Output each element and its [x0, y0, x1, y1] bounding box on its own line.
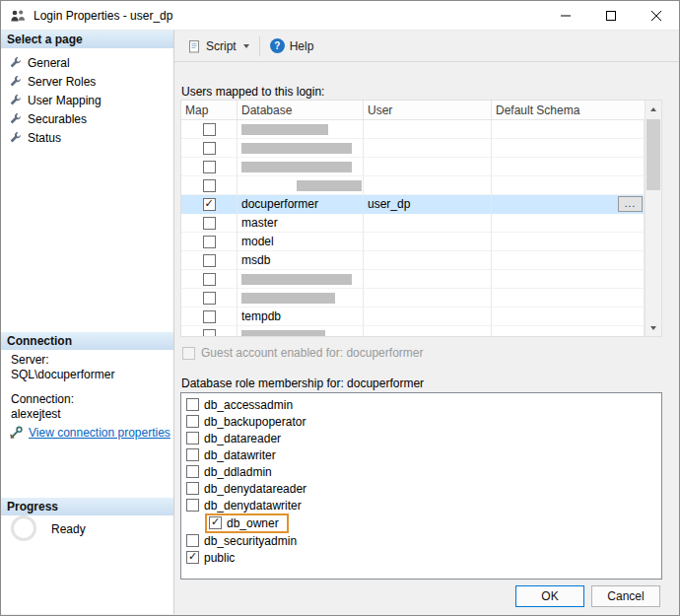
grid-cell-database: tempdb — [238, 308, 364, 325]
map-checkbox[interactable] — [203, 217, 216, 230]
table-row[interactable]: docuperformer user_dp ... — [181, 195, 645, 214]
map-checkbox[interactable] — [203, 292, 216, 305]
grid-cell-user — [364, 251, 492, 269]
role-label: db_denydatawriter — [204, 499, 302, 513]
role-checkbox[interactable] — [209, 516, 222, 529]
table-row[interactable]: tempdb — [181, 308, 645, 326]
minimize-button[interactable] — [543, 1, 588, 30]
connection-info: Server: SQL\docuperformer Connection: al… — [11, 353, 170, 432]
sidebar-item-general[interactable]: General — [1, 53, 173, 72]
role-checkbox[interactable] — [186, 432, 199, 445]
grid-cell-database: docuperformer — [238, 195, 364, 213]
grid-rows: docuperformer user_dp ... master model m… — [181, 120, 645, 336]
scroll-down-button[interactable] — [646, 319, 661, 336]
role-label: db_ddladmin — [204, 465, 272, 479]
grid-cell-database: master — [238, 214, 364, 232]
role-checkbox[interactable] — [186, 398, 199, 411]
role-item-db_owner[interactable]: db_owner — [181, 513, 661, 532]
role-label: db_backupoperator — [204, 415, 306, 429]
cancel-button[interactable]: Cancel — [591, 585, 660, 607]
table-row[interactable] — [181, 326, 645, 336]
role-checkbox[interactable] — [186, 448, 199, 461]
table-row[interactable]: master — [181, 214, 645, 233]
table-row[interactable] — [181, 270, 645, 289]
role-item-db_backupoperator[interactable]: db_backupoperator — [181, 413, 661, 430]
server-value: SQL\docuperformer — [11, 368, 170, 381]
role-item-db_datawriter[interactable]: db_datawriter — [181, 446, 661, 463]
grid-cell-user — [364, 139, 492, 157]
table-row[interactable] — [181, 289, 645, 308]
role-item-db_denydatawriter[interactable]: db_denydatawriter — [181, 497, 661, 513]
scroll-up-button[interactable] — [646, 101, 661, 117]
scrollbar-thumb[interactable] — [646, 119, 660, 190]
table-scrollbar[interactable] — [645, 101, 661, 336]
toolbar: Script Help — [174, 31, 679, 62]
role-item-db_ddladmin[interactable]: db_ddladmin — [181, 463, 661, 480]
maximize-button[interactable] — [588, 1, 634, 30]
close-button[interactable] — [634, 1, 679, 30]
role-item-public[interactable]: public — [181, 549, 661, 566]
role-checkbox[interactable] — [186, 551, 199, 564]
grid-cell-map — [181, 195, 238, 213]
table-row[interactable] — [181, 120, 645, 139]
map-checkbox[interactable] — [203, 123, 216, 136]
script-icon — [187, 39, 201, 53]
table-row[interactable]: model — [181, 233, 645, 251]
view-connection-properties-row: View connection properties — [9, 426, 170, 440]
map-checkbox[interactable] — [203, 254, 216, 267]
role-checkbox[interactable] — [186, 534, 199, 547]
role-item-db_datareader[interactable]: db_datareader — [181, 430, 661, 446]
map-checkbox[interactable] — [203, 236, 216, 248]
map-checkbox[interactable] — [203, 273, 216, 286]
default-schema-browse-button[interactable]: ... — [618, 196, 643, 212]
role-item-db_denydatareader[interactable]: db_denydatareader — [181, 480, 661, 497]
grid-cell-database: model — [238, 233, 364, 250]
sidebar-item-server-roles[interactable]: Server Roles — [1, 72, 173, 91]
role-label: db_accessadmin — [204, 398, 293, 412]
role-item-inner: db_backupoperator — [186, 415, 306, 429]
window-controls — [543, 1, 679, 30]
role-item-inner: db_securityadmin — [186, 534, 297, 548]
progress-status: Ready — [51, 522, 86, 536]
role-item-db_accessadmin[interactable]: db_accessadmin — [181, 396, 661, 413]
table-row[interactable] — [181, 176, 645, 195]
role-item-inner: db_owner — [205, 513, 289, 533]
guest-account-checkbox — [182, 347, 195, 360]
map-checkbox[interactable] — [203, 329, 216, 337]
grid-cell-schema — [492, 251, 645, 269]
login-properties-dialog: Login Properties - user_dp Select a page… — [0, 0, 680, 616]
grid-cell-schema — [492, 270, 645, 288]
table-row[interactable] — [181, 139, 645, 158]
progress-row: Ready — [11, 515, 86, 541]
grid-cell-database — [238, 139, 364, 157]
role-checkbox[interactable] — [186, 499, 199, 512]
grid-cell-map — [181, 308, 238, 325]
map-checkbox[interactable] — [203, 179, 216, 192]
redacted-database-name — [241, 330, 325, 337]
sidebar-item-status[interactable]: Status — [1, 128, 173, 147]
table-row[interactable]: msdb — [181, 251, 645, 270]
grid-cell-schema — [492, 289, 645, 307]
map-checkbox[interactable] — [203, 310, 216, 323]
role-checkbox[interactable] — [186, 465, 199, 478]
role-item-db_securityadmin[interactable]: db_securityadmin — [181, 532, 661, 549]
column-header-map: Map — [181, 101, 238, 119]
help-button[interactable]: Help — [264, 34, 320, 57]
map-checkbox[interactable] — [203, 161, 216, 173]
view-connection-properties-link[interactable]: View connection properties — [29, 426, 170, 440]
grid-cell-map — [181, 289, 238, 307]
map-checkbox[interactable] — [203, 142, 216, 155]
sidebar-item-user-mapping[interactable]: User Mapping — [1, 91, 173, 109]
column-header-user: User — [364, 101, 492, 119]
role-checkbox[interactable] — [186, 482, 199, 495]
grid-cell-user — [364, 233, 492, 250]
role-checkbox[interactable] — [186, 415, 199, 428]
role-label: public — [204, 551, 235, 565]
grid-cell-map — [181, 139, 238, 157]
script-button[interactable]: Script — [181, 35, 255, 57]
sidebar-item-securables[interactable]: Securables — [1, 109, 173, 128]
table-row[interactable] — [181, 158, 645, 176]
map-checkbox[interactable] — [203, 198, 216, 211]
ok-button[interactable]: OK — [515, 585, 584, 607]
grid-cell-schema — [492, 326, 645, 336]
